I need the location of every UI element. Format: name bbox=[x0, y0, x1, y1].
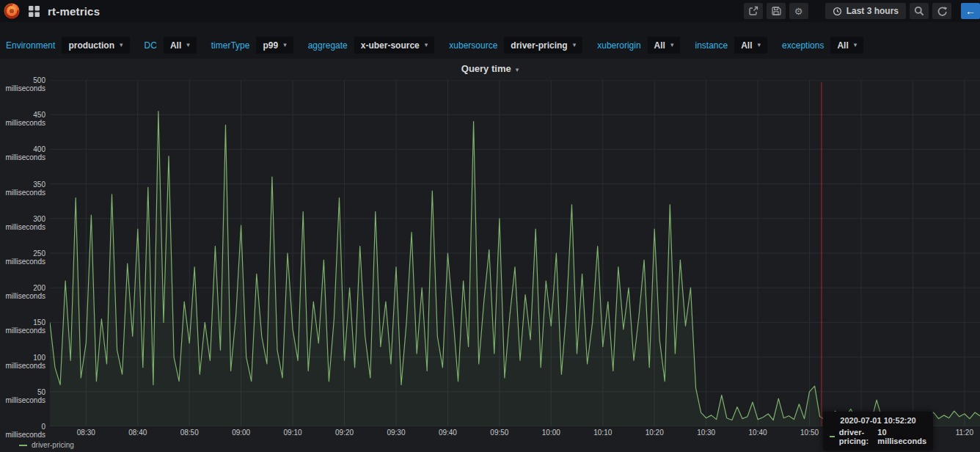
grafana-logo-icon[interactable] bbox=[3, 2, 21, 20]
variable-selected-exceptions: All bbox=[837, 40, 848, 51]
y-axis-tick-label: 200 milliseconds bbox=[0, 284, 45, 300]
variable-label-xubersource: xubersource bbox=[449, 40, 497, 51]
panel-title[interactable]: Query time▾ bbox=[0, 63, 980, 74]
tooltip-series-color-icon bbox=[830, 436, 835, 437]
x-axis-tick-label: 08:30 bbox=[77, 429, 95, 437]
dashboard-title[interactable]: rt-metrics bbox=[48, 5, 100, 18]
tooltip-series-name: driver-pricing: bbox=[839, 428, 874, 445]
x-axis-tick-label: 10:50 bbox=[800, 429, 819, 437]
variable-label-dc: DC bbox=[145, 40, 157, 51]
x-axis-tick-label: 09:00 bbox=[232, 429, 250, 437]
y-axis-tick-label: 150 milliseconds bbox=[0, 318, 45, 335]
variable-selected-timertype: p99 bbox=[263, 40, 278, 51]
template-variables-row: Environment production ▾ DC All ▾ timerT… bbox=[6, 37, 863, 54]
variable-selected-instance: All bbox=[741, 40, 752, 51]
exit-view-button[interactable]: ← bbox=[961, 3, 980, 19]
top-navbar: rt-metrics ⚙ bbox=[0, 0, 980, 22]
x-axis-tick-label: 10:20 bbox=[646, 429, 664, 437]
chevron-down-icon: ▾ bbox=[186, 42, 190, 48]
share-icon bbox=[747, 5, 759, 17]
y-axis-tick-label: 0 milliseconds bbox=[0, 423, 45, 439]
y-axis-tick-label: 450 milliseconds bbox=[0, 111, 45, 127]
variable-selected-xuberorigin: All bbox=[654, 40, 665, 51]
y-axis-tick-label: 50 milliseconds bbox=[0, 388, 45, 404]
save-button[interactable] bbox=[767, 3, 786, 19]
gear-icon: ⚙ bbox=[794, 6, 803, 17]
variable-xuberorigin: xuberorigin All ▾ bbox=[597, 37, 680, 54]
chevron-down-icon: ▾ bbox=[573, 42, 577, 48]
arrow-left-icon: ← bbox=[965, 5, 976, 17]
x-axis-tick-label: 08:40 bbox=[128, 429, 147, 437]
legend-series-name[interactable]: driver-pricing bbox=[32, 441, 74, 449]
topbar-right: ⚙ Last 3 hours bbox=[744, 3, 980, 19]
variable-label-timertype: timerType bbox=[211, 40, 250, 51]
tooltip-series-row: driver-pricing: 10 milliseconds bbox=[830, 428, 926, 445]
variable-label-instance: instance bbox=[695, 40, 728, 51]
y-axis-tick-label: 300 milliseconds bbox=[0, 215, 45, 231]
x-axis-tick-label: 11:20 bbox=[956, 429, 973, 437]
x-axis-tick-label: 10:00 bbox=[542, 429, 560, 437]
variable-value-dc[interactable]: All ▾ bbox=[164, 37, 197, 54]
variable-label-xuberorigin: xuberorigin bbox=[597, 40, 640, 51]
variable-value-timertype[interactable]: p99 ▾ bbox=[256, 37, 293, 54]
tooltip-series-value: 10 milliseconds bbox=[877, 428, 926, 445]
x-axis-tick-label: 10:30 bbox=[697, 429, 715, 437]
variable-timertype: timerType p99 ▾ bbox=[211, 37, 293, 54]
x-axis-tick-label: 09:40 bbox=[439, 429, 457, 437]
variable-xubersource: xubersource driver-pricing ▾ bbox=[449, 37, 582, 54]
tooltip-timestamp: 2020-07-01 10:52:20 bbox=[830, 416, 926, 425]
chevron-down-icon: ▾ bbox=[758, 42, 761, 48]
share-button[interactable] bbox=[744, 3, 763, 19]
clock-icon bbox=[833, 7, 842, 16]
magnifier-icon bbox=[913, 5, 925, 17]
panel-title-text: Query time bbox=[461, 63, 511, 74]
variable-selected-dc: All bbox=[170, 40, 181, 51]
chevron-down-icon: ▾ bbox=[425, 42, 428, 48]
zoom-out-button[interactable] bbox=[910, 3, 929, 19]
x-axis-tick-label: 09:20 bbox=[335, 429, 354, 437]
chevron-down-icon: ▾ bbox=[516, 66, 519, 73]
variable-label-environment: Environment bbox=[6, 40, 55, 51]
variable-dc: DC All ▾ bbox=[145, 37, 197, 54]
variable-label-aggregate: aggregate bbox=[308, 40, 348, 51]
y-axis-tick-label: 250 milliseconds bbox=[0, 249, 45, 266]
y-axis-tick-label: 350 milliseconds bbox=[0, 181, 45, 197]
variable-instance: instance All ▾ bbox=[695, 37, 767, 54]
chevron-down-icon: ▾ bbox=[120, 42, 123, 48]
variable-selected-environment: production bbox=[68, 40, 114, 51]
refresh-button[interactable] bbox=[932, 3, 951, 19]
x-axis-tick-label: 09:50 bbox=[490, 429, 508, 437]
chevron-down-icon: ▾ bbox=[854, 42, 858, 48]
x-axis-tick-label: 10:40 bbox=[749, 429, 767, 437]
query-time-chart[interactable] bbox=[50, 80, 980, 426]
x-axis-tick-label: 09:30 bbox=[387, 429, 405, 437]
x-axis-tick-label: 10:10 bbox=[593, 429, 612, 437]
chevron-down-icon: ▾ bbox=[283, 42, 287, 48]
x-axis-tick-label: 09:10 bbox=[284, 429, 302, 437]
dashboard-grid-icon[interactable] bbox=[26, 4, 42, 19]
variable-value-xubersource[interactable]: driver-pricing ▾ bbox=[504, 37, 582, 54]
variable-selected-xubersource: driver-pricing bbox=[511, 40, 567, 51]
variable-value-xuberorigin[interactable]: All ▾ bbox=[648, 37, 681, 54]
grid-icon bbox=[28, 5, 40, 18]
variable-exceptions: exceptions All ▾ bbox=[782, 37, 863, 54]
y-axis-tick-label: 100 milliseconds bbox=[0, 354, 45, 370]
save-icon bbox=[770, 5, 782, 17]
legend-series-color-icon bbox=[19, 445, 27, 446]
x-axis-tick-label: 08:50 bbox=[180, 429, 199, 437]
time-range-picker[interactable]: Last 3 hours bbox=[825, 3, 906, 19]
graph-tooltip: 2020-07-01 10:52:20 driver-pricing: 10 m… bbox=[823, 412, 933, 451]
variable-selected-aggregate: x-uber-source bbox=[361, 40, 420, 51]
variable-value-exceptions[interactable]: All ▾ bbox=[830, 37, 863, 54]
variable-environment: Environment production ▾ bbox=[6, 37, 130, 54]
refresh-icon bbox=[937, 6, 948, 17]
variable-value-environment[interactable]: production ▾ bbox=[62, 37, 129, 54]
variable-value-aggregate[interactable]: x-uber-source ▾ bbox=[354, 37, 435, 54]
variable-label-exceptions: exceptions bbox=[782, 40, 824, 51]
chevron-down-icon: ▾ bbox=[670, 42, 674, 48]
y-axis-tick-label: 400 milliseconds bbox=[0, 145, 45, 161]
variable-value-instance[interactable]: All ▾ bbox=[734, 37, 767, 54]
y-axis-tick-label: 500 milliseconds bbox=[0, 76, 45, 92]
variable-aggregate: aggregate x-uber-source ▾ bbox=[308, 37, 435, 54]
settings-button[interactable]: ⚙ bbox=[789, 3, 808, 19]
